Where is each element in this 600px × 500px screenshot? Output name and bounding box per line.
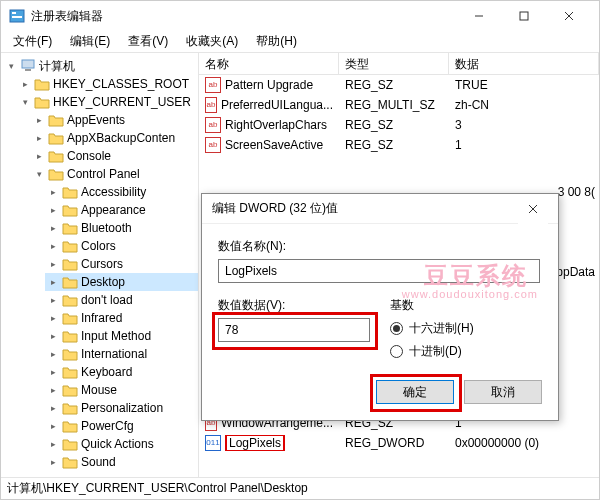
- chevron-right-icon[interactable]: ▸: [47, 222, 59, 234]
- window-title: 注册表编辑器: [31, 8, 456, 25]
- chevron-icon[interactable]: ▸: [33, 114, 45, 126]
- value-data: TRUE: [449, 78, 599, 92]
- folder-icon: [48, 113, 64, 127]
- list-header: 名称 类型 数据: [199, 53, 599, 75]
- tree-item-quick-actions[interactable]: ▸Quick Actions: [45, 435, 198, 453]
- list-row[interactable]: abPattern UpgradeREG_SZTRUE: [199, 75, 599, 95]
- menu-edit[interactable]: 编辑(E): [62, 31, 118, 52]
- chevron-right-icon[interactable]: ▸: [47, 438, 59, 450]
- tree-label: Input Method: [81, 329, 151, 343]
- chevron-right-icon[interactable]: ▸: [47, 294, 59, 306]
- folder-icon: [62, 221, 78, 235]
- list-row[interactable]: abRightOverlapCharsREG_SZ3: [199, 115, 599, 135]
- folder-icon: [62, 239, 78, 253]
- tree-item-mouse[interactable]: ▸Mouse: [45, 381, 198, 399]
- chevron-icon[interactable]: ▾: [33, 168, 45, 180]
- tree-label: Sound: [81, 455, 116, 469]
- chevron-icon[interactable]: ▸: [33, 150, 45, 162]
- dialog-close-button[interactable]: [518, 194, 548, 224]
- radix-dec-radio[interactable]: 十进制(D): [390, 343, 474, 360]
- value-name-input[interactable]: [218, 259, 540, 283]
- menu-help[interactable]: 帮助(H): [248, 31, 305, 52]
- statusbar: 计算机\HKEY_CURRENT_USER\Control Panel\Desk…: [1, 477, 599, 499]
- chevron-right-icon[interactable]: ▸: [47, 186, 59, 198]
- cancel-button[interactable]: 取消: [464, 380, 542, 404]
- list-row[interactable]: abScreenSaveActiveREG_SZ1: [199, 135, 599, 155]
- dialog-title: 编辑 DWORD (32 位)值: [212, 200, 518, 217]
- ok-button[interactable]: 确定: [376, 380, 454, 404]
- tree-item-appearance[interactable]: ▸Appearance: [45, 201, 198, 219]
- tree-pane[interactable]: ▾ 计算机 ▸ HKEY_CLASSES_ROOT: [1, 53, 199, 477]
- chevron-right-icon[interactable]: ▸: [47, 330, 59, 342]
- tree-label: Cursors: [81, 257, 123, 271]
- tree-item-personalization[interactable]: ▸Personalization: [45, 399, 198, 417]
- tree-item-international[interactable]: ▸International: [45, 345, 198, 363]
- chevron-icon[interactable]: ▸: [33, 132, 45, 144]
- app-icon: [9, 8, 25, 24]
- col-name[interactable]: 名称: [199, 53, 339, 74]
- string-value-icon: ab: [205, 117, 221, 133]
- chevron-down-icon[interactable]: ▾: [19, 96, 31, 108]
- col-data[interactable]: 数据: [449, 53, 599, 74]
- value-type: REG_DWORD: [339, 436, 449, 450]
- folder-icon: [62, 383, 78, 397]
- tree-item-don-t-load[interactable]: ▸don't load: [45, 291, 198, 309]
- tree-item-infrared[interactable]: ▸Infrared: [45, 309, 198, 327]
- chevron-right-icon[interactable]: ▸: [47, 258, 59, 270]
- tree-item-input-method[interactable]: ▸Input Method: [45, 327, 198, 345]
- tree-label: Mouse: [81, 383, 117, 397]
- folder-icon: [62, 203, 78, 217]
- tree-label: Keyboard: [81, 365, 132, 379]
- chevron-right-icon[interactable]: ▸: [47, 276, 59, 288]
- tree-item-sound[interactable]: ▸Sound: [45, 453, 198, 471]
- chevron-right-icon[interactable]: ▸: [47, 366, 59, 378]
- tree-label: 计算机: [39, 58, 75, 75]
- tree-item[interactable]: ▸Console: [31, 147, 198, 165]
- list-row[interactable]: 011LogPixelsREG_DWORD0x00000000 (0): [199, 433, 599, 453]
- tree-item-desktop[interactable]: ▸Desktop: [45, 273, 198, 291]
- col-type[interactable]: 类型: [339, 53, 449, 74]
- chevron-right-icon[interactable]: ▸: [47, 312, 59, 324]
- tree-item-keyboard[interactable]: ▸Keyboard: [45, 363, 198, 381]
- tree-item-accessibility[interactable]: ▸Accessibility: [45, 183, 198, 201]
- tree-item-bluetooth[interactable]: ▸Bluetooth: [45, 219, 198, 237]
- folder-icon: [34, 95, 50, 109]
- maximize-button[interactable]: [501, 1, 546, 31]
- tree-hive-hkcu[interactable]: ▾ HKEY_CURRENT_USER: [17, 93, 198, 111]
- tree-root-computer[interactable]: ▾ 计算机: [3, 57, 198, 75]
- menu-file[interactable]: 文件(F): [5, 31, 60, 52]
- tree-item[interactable]: ▾Control Panel: [31, 165, 198, 183]
- tree-item-powercfg[interactable]: ▸PowerCfg: [45, 417, 198, 435]
- tree-item-cursors[interactable]: ▸Cursors: [45, 255, 198, 273]
- value-name: PreferredUILangua...: [221, 98, 333, 112]
- tree-item[interactable]: ▸AppXBackupConten: [31, 129, 198, 147]
- tree-item-colors[interactable]: ▸Colors: [45, 237, 198, 255]
- value-name: LogPixels: [225, 436, 285, 450]
- chevron-right-icon[interactable]: ▸: [19, 78, 31, 90]
- tree-item[interactable]: ▸AppEvents: [31, 111, 198, 129]
- tree-label: Desktop: [81, 275, 125, 289]
- chevron-right-icon[interactable]: ▸: [47, 240, 59, 252]
- string-value-icon: ab: [205, 137, 221, 153]
- tree-label: PowerCfg: [81, 419, 134, 433]
- minimize-button[interactable]: [456, 1, 501, 31]
- tree-hive-hkcr[interactable]: ▸ HKEY_CLASSES_ROOT: [17, 75, 198, 93]
- menu-favorites[interactable]: 收藏夹(A): [178, 31, 246, 52]
- tree-label: AppXBackupConten: [67, 131, 175, 145]
- radio-unchecked-icon: [390, 345, 403, 358]
- chevron-right-icon[interactable]: ▸: [47, 348, 59, 360]
- chevron-down-icon[interactable]: ▾: [5, 60, 17, 72]
- folder-icon: [62, 257, 78, 271]
- menu-view[interactable]: 查看(V): [120, 31, 176, 52]
- folder-icon: [62, 347, 78, 361]
- close-button[interactable]: [546, 1, 591, 31]
- chevron-right-icon[interactable]: ▸: [47, 204, 59, 216]
- value-name: Pattern Upgrade: [225, 78, 313, 92]
- chevron-right-icon[interactable]: ▸: [47, 384, 59, 396]
- chevron-right-icon[interactable]: ▸: [47, 456, 59, 468]
- list-row[interactable]: abPreferredUILangua...REG_MULTI_SZzh-CN: [199, 95, 599, 115]
- value-data-input[interactable]: [218, 318, 370, 342]
- chevron-right-icon[interactable]: ▸: [47, 420, 59, 432]
- chevron-right-icon[interactable]: ▸: [47, 402, 59, 414]
- radix-hex-radio[interactable]: 十六进制(H): [390, 320, 474, 337]
